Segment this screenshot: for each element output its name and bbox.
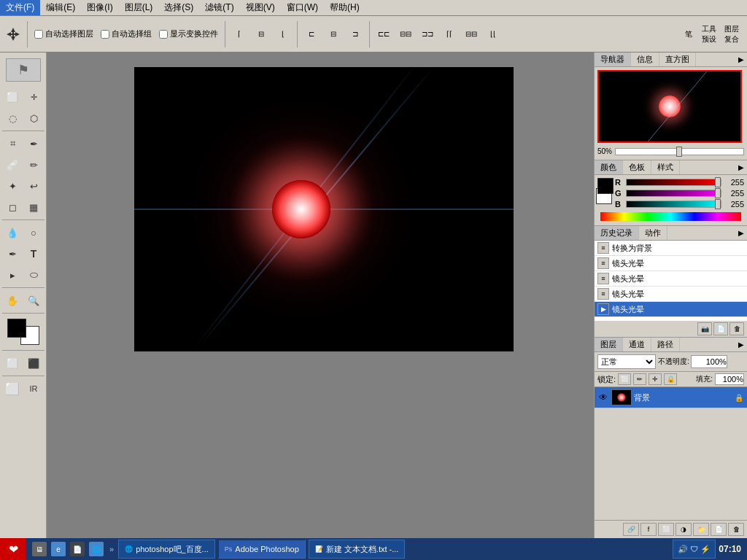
layer-delete-button[interactable]: 🗑 [728,523,744,536]
layer-new-button[interactable]: 📄 [711,523,727,536]
align-middle-v-button[interactable]: ⊟ [251,24,271,44]
taskbar-photoshop-button[interactable]: Ps Adobe Photoshop [218,540,306,559]
taskbar-icon-3[interactable]: 📄 [70,542,85,556]
lock-transparent-button[interactable]: ⬜ [618,373,631,385]
distribute-center-button[interactable]: ⊟⊟ [395,24,416,44]
menu-image[interactable]: 图像(I) [81,0,118,15]
taskbar-icon-2[interactable]: e [51,542,66,556]
history-new-doc-button[interactable]: 📄 [713,322,728,335]
tab-layers[interactable]: 图层 [595,338,623,351]
color-spectrum[interactable] [600,212,741,221]
menu-file[interactable]: 文件(F) [0,0,40,15]
eraser-tool[interactable]: ◻ [2,197,23,217]
menu-window[interactable]: 窗口(W) [281,0,324,15]
foreground-color-swatch[interactable] [7,319,26,338]
layer-group-button[interactable]: 📁 [693,523,709,536]
pen-tool[interactable]: ✒ [2,244,23,264]
eyedropper-tool[interactable]: ✒ [23,133,44,154]
brush-tool[interactable]: ✏ [23,155,44,175]
align-center-button[interactable]: ⊟ [323,24,344,44]
tab-color[interactable]: 颜色 [595,160,623,174]
tab-navigator[interactable]: 导航器 [595,52,631,66]
heal-tool[interactable]: 🩹 [2,155,23,175]
history-snapshot-button[interactable]: 📷 [697,322,712,335]
canvas-image[interactable] [134,67,514,351]
distribute-middle-button[interactable]: ⊟⊟ [461,24,481,44]
color-panel-options[interactable]: ▶ [735,162,747,174]
auto-select-group-checkbox[interactable] [101,30,109,39]
zoom-tool[interactable]: 🔍 [23,290,44,311]
show-transform-check[interactable]: 显示变换控件 [159,28,218,39]
lock-move-button[interactable]: ✛ [649,373,662,385]
layers-panel-options[interactable]: ▶ [735,339,747,351]
standard-mode-button[interactable]: ⬜ [2,353,23,373]
align-right-button[interactable]: ⊐ [345,24,365,44]
quick-mask-button[interactable]: ⬛ [23,353,44,373]
lasso-tool[interactable]: ◌ [2,108,23,128]
distribute-top-button[interactable]: ⌈⌈ [439,24,460,44]
imageready-button[interactable]: IR [23,378,44,399]
blue-slider[interactable] [626,201,721,208]
magic-wand-tool[interactable]: ⬡ [23,108,44,128]
layer-comp-button[interactable]: 图层复合 [724,24,744,44]
layer-visibility-toggle[interactable]: 👁 [597,392,609,403]
taskbar-arrow-icon[interactable]: » [109,545,114,553]
layer-adjustment-button[interactable]: ◑ [676,523,692,536]
history-brush-tool[interactable]: ↩ [23,176,44,196]
taskbar-icon-1[interactable]: 🖥 [32,542,47,556]
menu-select[interactable]: 选择(S) [158,0,199,15]
history-item-3[interactable]: ≡ 镜头光晕 [595,287,747,302]
screen-mode-button[interactable]: ⬜ [2,378,23,399]
marquee-tool[interactable]: ⬜ [2,87,23,107]
history-panel-options[interactable]: ▶ [735,228,747,239]
path-select-tool[interactable]: ▸ [2,265,23,285]
history-delete-button[interactable]: 🗑 [729,322,744,335]
options-button[interactable]: 笔 [678,24,699,44]
tab-channels[interactable]: 通道 [623,338,651,351]
tab-histogram[interactable]: 直方图 [659,52,696,66]
tool-presets-button[interactable]: 工具预设 [701,24,721,44]
menu-edit[interactable]: 编辑(E) [40,0,81,15]
layer-blend-mode-select[interactable]: 正常 [597,354,656,369]
layer-mask-button[interactable]: ⬜ [658,523,674,536]
foreground-color-box[interactable] [597,178,614,194]
history-item-1[interactable]: ≡ 镜头光晕 [595,256,747,271]
menu-help[interactable]: 帮助(H) [324,0,365,15]
menu-filter[interactable]: 滤镜(T) [199,0,239,15]
tab-style[interactable]: 样式 [651,160,680,174]
tab-history[interactable]: 历史记录 [595,226,639,240]
move-tool[interactable]: ✛ [23,87,44,107]
zoom-slider[interactable] [615,148,744,155]
move-tool-button[interactable] [3,24,23,44]
auto-select-layer-check[interactable]: 自动选择图层 [34,28,93,39]
auto-select-layer-checkbox[interactable] [34,30,43,39]
gradient-tool[interactable]: ▦ [23,197,44,217]
show-transform-checkbox[interactable] [159,30,168,39]
distribute-bottom-button[interactable]: ⌊⌊ [483,24,503,44]
start-button[interactable]: ❤ [0,538,26,560]
navigator-panel-options[interactable]: ▶ [735,54,747,66]
shape-tool[interactable]: ⬭ [23,265,44,285]
green-slider[interactable] [626,190,721,197]
align-left-button[interactable]: ⊏ [301,24,322,44]
align-bottom-button[interactable]: ⌊ [273,24,293,44]
history-item-0[interactable]: ≡ 转换为背景 [595,241,747,256]
tab-swatches[interactable]: 色板 [623,160,651,174]
taskbar-photoshop-blog-button[interactable]: 🌐 photoshop吧_百度... [118,540,215,559]
layer-item-background[interactable]: 👁 背景 🔒 [595,387,747,408]
hand-tool[interactable]: ✋ [2,290,23,311]
opacity-input[interactable] [691,355,727,368]
tab-actions[interactable]: 动作 [639,226,667,240]
crop-tool[interactable]: ⌗ [2,133,23,154]
fill-input[interactable] [715,373,744,385]
clone-tool[interactable]: ✦ [2,176,23,196]
lock-all-button[interactable]: 🔒 [664,373,677,385]
history-item-4[interactable]: ▶ 镜头光晕 [595,302,747,317]
distribute-right-button[interactable]: ⊐⊐ [417,24,438,44]
tab-paths[interactable]: 路径 [651,338,680,351]
align-top-button[interactable]: ⌈ [229,24,249,44]
tab-info[interactable]: 信息 [631,52,659,66]
menu-layer[interactable]: 图层(L) [119,0,159,15]
layer-style-button[interactable]: f [640,523,657,536]
blur-tool[interactable]: 💧 [2,222,23,243]
